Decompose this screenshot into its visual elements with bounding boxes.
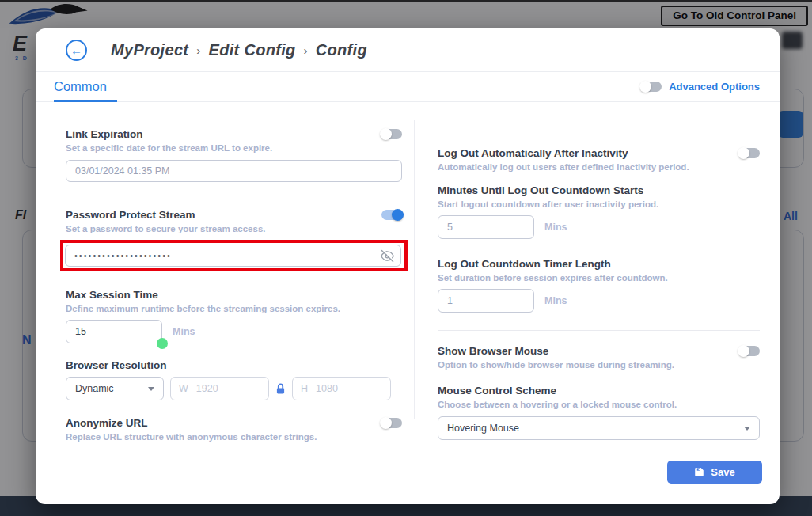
chevron-down-icon <box>744 427 750 431</box>
green-status-dot <box>157 338 168 349</box>
resolution-mode-select[interactable]: Dynamic <box>66 377 164 400</box>
breadcrumb-config: Config <box>316 41 367 59</box>
field-show-browser-mouse: Show Browser Mouse Option to show/hide b… <box>438 344 760 371</box>
modal-content: Link Expiration Set a specific date for … <box>36 102 780 504</box>
minutes-until-logout-input[interactable] <box>438 215 534 239</box>
right-column-divider <box>438 330 760 331</box>
anonymize-url-toggle[interactable] <box>381 418 402 428</box>
mouse-control-scheme-hint: Choose between a hovering or a locked mo… <box>438 399 760 411</box>
field-link-expiration: Link Expiration Set a specific date for … <box>66 127 402 182</box>
link-expiration-date-input[interactable] <box>66 160 402 182</box>
field-anonymize-url: Anonymize URL Replace URL structure with… <box>66 416 402 443</box>
minutes-until-logout-unit: Mins <box>544 222 567 233</box>
max-session-time-unit: Mins <box>173 326 195 337</box>
password-protect-hint: Set a password to secure your stream acc… <box>66 223 402 235</box>
minutes-until-logout-label: Minutes Until Log Out Countdown Starts <box>438 184 760 197</box>
field-mouse-control-scheme: Mouse Control Scheme Choose between a ho… <box>438 384 760 440</box>
anonymize-url-label: Anonymize URL <box>66 416 148 430</box>
max-session-time-hint: Define maximum runtime before the stream… <box>66 303 402 315</box>
breadcrumb: MyProject › Edit Config › Config <box>111 41 367 59</box>
height-value: 1080 <box>316 383 338 394</box>
max-session-time-input[interactable] <box>66 320 162 343</box>
logout-inactivity-toggle[interactable] <box>739 148 760 158</box>
resolution-height-input[interactable]: H 1080 <box>292 377 391 400</box>
annotation-highlight-box <box>60 240 408 271</box>
advanced-options-toggle[interactable] <box>641 82 662 92</box>
field-minutes-until-logout: Minutes Until Log Out Countdown Starts S… <box>438 184 760 239</box>
advanced-options-label: Advanced Options <box>669 81 760 93</box>
modal-header: ← MyProject › Edit Config › Config <box>36 28 780 72</box>
show-browser-mouse-toggle[interactable] <box>739 346 760 356</box>
breadcrumb-separator: › <box>196 44 200 57</box>
breadcrumb-edit-config[interactable]: Edit Config <box>209 41 296 59</box>
link-expiration-toggle[interactable] <box>381 129 402 139</box>
save-icon <box>694 467 704 477</box>
back-arrow-icon: ← <box>70 44 82 57</box>
mouse-control-scheme-label: Mouse Control Scheme <box>438 384 760 397</box>
advanced-options-control: Advanced Options <box>641 81 760 93</box>
page: Go To Old Control Panel E 3 D Fl All N ←… <box>0 0 812 516</box>
password-protect-toggle[interactable] <box>381 210 402 220</box>
logout-inactivity-label: Log Out Automatically After Inactivity <box>438 146 628 160</box>
column-divider <box>414 120 415 419</box>
breadcrumb-project[interactable]: MyProject <box>111 41 188 59</box>
password-protect-label: Password Protect Stream <box>66 208 195 222</box>
lock-icon[interactable] <box>275 383 286 395</box>
link-expiration-hint: Set a specific date for the stream URL t… <box>66 142 402 154</box>
width-prefix: W <box>179 383 188 394</box>
link-expiration-label: Link Expiration <box>66 127 143 141</box>
max-session-time-label: Max Session Time <box>66 288 402 302</box>
save-button-label: Save <box>711 466 734 478</box>
anonymize-url-hint: Replace URL structure with anonymous cha… <box>66 431 402 443</box>
tab-common[interactable]: Common <box>54 72 107 101</box>
resolution-mode-value: Dynamic <box>75 383 114 394</box>
right-column: Log Out Automatically After Inactivity A… <box>438 102 760 440</box>
field-countdown-timer-length: Log Out Countdown Timer Length Set durat… <box>438 257 760 313</box>
breadcrumb-separator: › <box>304 44 308 57</box>
left-column: Link Expiration Set a specific date for … <box>66 102 402 443</box>
tab-bar: Common Advanced Options <box>36 72 780 102</box>
width-value: 1920 <box>196 383 218 394</box>
mouse-control-scheme-value: Hovering Mouse <box>447 423 519 434</box>
height-prefix: H <box>301 383 308 394</box>
field-password-protect: Password Protect Stream Set a password t… <box>66 208 402 271</box>
countdown-timer-length-unit: Mins <box>544 295 567 306</box>
eye-slash-icon[interactable] <box>381 249 394 263</box>
chevron-down-icon <box>148 387 154 391</box>
back-button[interactable]: ← <box>66 40 87 61</box>
countdown-timer-length-label: Log Out Countdown Timer Length <box>438 257 760 271</box>
minutes-until-logout-hint: Start logout countdown after user inacti… <box>438 199 760 211</box>
save-button[interactable]: Save <box>667 461 762 484</box>
field-max-session-time: Max Session Time Define maximum runtime … <box>66 288 402 343</box>
edit-config-modal: ← MyProject › Edit Config › Config Commo… <box>36 28 780 504</box>
password-input[interactable] <box>65 245 401 267</box>
countdown-timer-length-hint: Set duration before session expires afte… <box>438 272 760 284</box>
browser-resolution-label: Browser Resolution <box>66 359 402 372</box>
resolution-width-input[interactable]: W 1920 <box>170 377 269 400</box>
field-logout-inactivity: Log Out Automatically After Inactivity A… <box>438 146 760 173</box>
mouse-control-scheme-select[interactable]: Hovering Mouse <box>438 416 760 440</box>
tab-common-label: Common <box>54 79 107 94</box>
logout-inactivity-hint: Automatically log out users after define… <box>438 161 760 173</box>
show-browser-mouse-label: Show Browser Mouse <box>438 344 548 358</box>
show-browser-mouse-hint: Option to show/hide browser mouse during… <box>438 359 760 371</box>
countdown-timer-length-input[interactable] <box>438 289 534 313</box>
field-browser-resolution: Browser Resolution Dynamic W 1920 <box>66 359 402 400</box>
